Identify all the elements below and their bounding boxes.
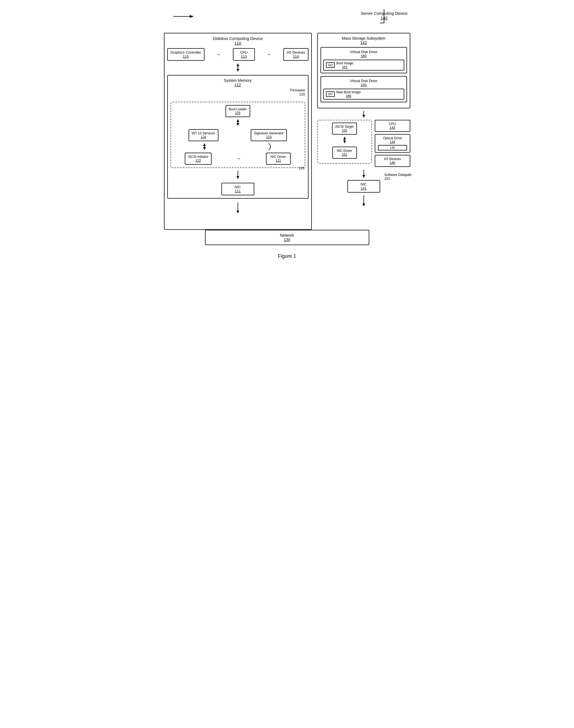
svg-marker-23 [362,175,365,178]
right-side-components: CPU 143 Optical Drive 144 145 I/O Device… [375,120,410,167]
int13-services-box: INT 13 Services 124 [189,129,218,141]
svg-marker-9 [237,119,239,122]
nic-left-to-network-arrow [167,202,309,215]
ref-100-label [172,12,195,20]
nic-right-wrapper: NIC 141 [317,180,410,193]
io-devices-box-left: I/O Devices 114 [283,48,308,61]
diskless-computing-device: Diskless Computing Device 110 Graphics C… [164,33,312,230]
optical-inner-box: 145 [378,145,407,150]
network-box: Network 130 [205,230,369,245]
boot-loader-box: Boot Loader 125 [226,105,250,117]
svg-marker-21 [343,137,346,140]
software-datapath-label: Software Datapath 153 [384,173,411,181]
svg-marker-20 [343,141,346,143]
svg-marker-14 [237,176,239,179]
svg-marker-1 [190,15,194,18]
svg-marker-5 [237,69,239,72]
iscsi-nic-arrow: ↔ [237,156,241,161]
ref-126-label: 126 [299,166,305,170]
nic-right-box: NIC 141 [347,180,380,193]
svg-marker-6 [237,63,239,66]
int13-arrows [174,143,302,151]
iscsi-target-to-nic-arrow [320,137,369,144]
mass-storage-to-iscsi-arrow [317,111,410,119]
left-device-title: Diskless Computing Device 110 [167,36,309,45]
svg-marker-16 [237,211,239,213]
system-memory-box: System Memory 112 Firmware 120 Boot Load… [167,75,309,198]
signature-generator-box: Signature Generator 123 [251,129,287,141]
cpu-to-memory-arrow [167,63,309,73]
iscsi-nic-row: iSCSI Initiator 122 ↔ NIC Driver 121 126 [174,153,302,165]
boot-image-1-box: 162 Boot Image 161 [323,60,404,71]
cpu-io-arrow: ↔ [267,52,271,57]
right-lower-section: iSCSI Target 152 [317,120,410,167]
top-components-row: Graphics Controller 115 ↔ CPU 113 ↔ I/O … [167,48,309,61]
firmware-dashed-box: Boot Loader 125 [170,102,305,168]
server-computing-device: Mass Storage Subsystem 142 Virtual Disk … [317,33,410,208]
svg-marker-8 [237,123,239,126]
firmware-label: Firmware 120 [170,88,305,96]
svg-marker-18 [362,115,365,118]
iscsi-nic-dashed-box: iSCSI Target 152 [317,120,372,164]
nic-left-wrapper: NIC 111 [170,183,305,195]
network-section: Network 130 [164,230,410,245]
io-devices-right-box: I/O Devices 146 [375,155,410,167]
cpu-box-right: CPU 143 [375,120,410,132]
bootloader-to-int13-arrow [174,119,302,127]
mass-storage-subsystem: Mass Storage Subsystem 142 Virtual Disk … [317,33,410,108]
server-computing-device-label: Server Computing Device 140 [361,11,408,20]
nic-driver-box-left: NIC Driver 121 [266,153,291,165]
iscsi-target-box: iSCSI Target 152 [332,123,357,135]
boot-image-2-box: 167 New Boot Image 166 [323,89,404,100]
nic-left-box: NIC 111 [221,183,254,195]
gc-cpu-arrow: ↔ [216,52,221,57]
nic-driver-right-box: NIC Driver 151 [332,147,357,159]
int13-siggen-row: INT 13 Services 124 Signature Generator … [174,129,302,141]
iscsi-initiator-box: iSCSI Initiator 122 [185,153,211,165]
graphics-controller-box: Graphics Controller 115 [167,48,204,61]
svg-marker-25 [362,203,365,206]
cpu-box-left: CPU 113 [233,48,255,61]
vdisk1-box: Virtual Disk Drive 160 162 Boot Image 16… [321,47,407,73]
svg-marker-12 [203,143,206,146]
vdisk2-box: Virtual Disk Drive 165 167 New Boot Imag… [321,76,407,102]
svg-marker-11 [203,147,206,150]
nic-right-to-network-arrow [317,195,410,208]
figure-label: Figure 1 [164,253,410,259]
optical-drive-box: Optical Drive 144 145 [375,134,410,153]
nicdriver-to-nic-arrow [170,171,305,180]
